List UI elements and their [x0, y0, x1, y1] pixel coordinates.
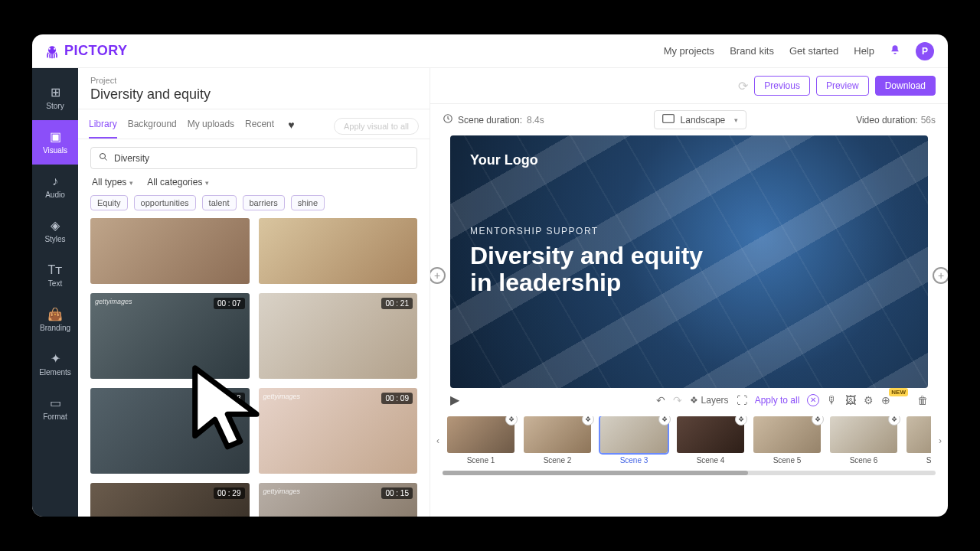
scene-thumb [524, 416, 591, 453]
chip-opportunities[interactable]: opportunities [134, 195, 196, 210]
apply-to-all-button[interactable]: Apply to all [755, 395, 800, 406]
delete-icon[interactable]: 🗑 [917, 394, 928, 406]
chip-barriers[interactable]: barriers [243, 195, 285, 210]
layers-button[interactable]: ❖ Layers [690, 395, 729, 406]
add-scene-after-button[interactable]: + [933, 267, 948, 284]
rail-story[interactable]: ⊞ Story [32, 76, 78, 120]
landscape-icon [662, 114, 675, 126]
scene-6[interactable]: ❖ Scene 6 [830, 416, 897, 465]
scene-options-icon[interactable]: ❖ [812, 416, 824, 425]
crop-icon[interactable]: ⛶ [737, 394, 747, 406]
scene-duration-label: Scene duration: [458, 115, 522, 126]
library-item[interactable]: 00 : 18 [90, 388, 250, 474]
nav-brand-kits[interactable]: Brand kits [730, 45, 774, 57]
scene-options-icon[interactable]: ❖ [505, 416, 518, 425]
search-input[interactable]: Diversity [90, 147, 417, 169]
download-button[interactable]: Download [875, 76, 936, 96]
scene-info-bar: Scene duration: 8.4s Landscape ▾ Video d… [430, 104, 948, 135]
tab-background[interactable]: Background [128, 114, 177, 139]
link-icon[interactable]: 🖼 [845, 394, 856, 406]
scene-7[interactable]: Scene 7 [906, 416, 931, 465]
library-item[interactable] [259, 218, 418, 284]
library-item[interactable]: gettyimages 00 : 09 [259, 388, 418, 474]
clip-duration: 00 : 15 [381, 487, 413, 499]
scene-4[interactable]: ❖ Scene 4 [677, 416, 744, 465]
scene-options-icon[interactable]: ❖ [888, 416, 900, 425]
scene-5[interactable]: ❖ Scene 5 [753, 416, 821, 465]
rail-audio[interactable]: ♪ Audio [32, 165, 78, 209]
scene-thumb [447, 416, 514, 453]
chip-shine[interactable]: shine [291, 195, 325, 210]
chip-talent[interactable]: talent [202, 195, 237, 210]
scene-duration-value: 8.4s [527, 115, 544, 126]
apply-visual-to-all-button[interactable]: Apply visual to all [334, 118, 419, 135]
rail-elements[interactable]: ✦ Elements [32, 342, 78, 386]
rail-text[interactable]: Tᴛ Text [32, 253, 78, 298]
left-rail: ⊞ Story ▣ Visuals ♪ Audio ◈ Styles Tᴛ Te… [32, 68, 78, 517]
scene-thumb [600, 416, 668, 453]
scene-1[interactable]: ❖ Scene 1 [447, 416, 514, 465]
library-item[interactable]: gettyimages 00 : 15 [259, 483, 418, 517]
nav-my-projects[interactable]: My projects [664, 45, 714, 57]
library-item[interactable]: gettyimages 00 : 07 [90, 293, 250, 379]
tab-recent[interactable]: Recent [245, 114, 274, 139]
notifications-icon[interactable] [890, 44, 900, 57]
settings-icon[interactable]: ⚙ [864, 394, 874, 406]
library-tabs-row: Library Background My uploads Recent ♥ A… [78, 109, 430, 139]
scene-options-icon[interactable]: ❖ [658, 416, 671, 425]
undo-icon[interactable]: ↶ [656, 394, 665, 406]
project-actions: ⟳ Previous Preview Download [430, 68, 948, 104]
scene-label: Scene 3 [600, 456, 668, 465]
tab-my-uploads[interactable]: My uploads [188, 114, 234, 139]
rail-visuals[interactable]: ▣ Visuals [32, 120, 78, 165]
svg-point-2 [54, 47, 55, 49]
player-controls: ▶ ↶ ↷ ❖ Layers ⛶ Apply to all ✕ 🎙 🖼 ⚙ ⊕ [430, 388, 948, 409]
library-item[interactable] [90, 218, 250, 284]
video-stage[interactable]: Your Logo MENTORSHIP SUPPORT Diversity a… [450, 135, 928, 388]
scene-thumb [753, 416, 821, 453]
rail-label: Visuals [43, 146, 67, 155]
library-grid: gettyimages 00 : 07 00 : 21 00 : 18 gett… [90, 218, 417, 517]
watermark: gettyimages [263, 487, 301, 495]
timeline-next-icon[interactable]: › [936, 435, 945, 446]
scene-label: Scene 6 [830, 456, 897, 465]
library-item[interactable]: 00 : 21 [259, 293, 418, 379]
favorites-icon[interactable]: ♥ [285, 114, 297, 139]
new-badge: NEW [889, 388, 908, 396]
rail-label: Audio [45, 191, 65, 199]
sync-icon[interactable]: ⟳ [738, 79, 748, 93]
filter-categories[interactable]: All categories▾ [147, 177, 209, 187]
redo-icon[interactable]: ↷ [673, 394, 682, 406]
mic-icon[interactable]: 🎙 [827, 394, 838, 406]
nav-get-started[interactable]: Get started [789, 45, 838, 57]
library-item[interactable]: 00 : 29 [90, 483, 250, 517]
rail-styles[interactable]: ◈ Styles [32, 209, 78, 253]
chip-equity[interactable]: Equity [90, 195, 128, 210]
timeline-prev-icon[interactable]: ‹ [433, 435, 443, 446]
timeline-scrollbar[interactable] [443, 471, 936, 475]
remove-apply-icon[interactable]: ✕ [807, 394, 819, 406]
rail-branding[interactable]: 👜 Branding [32, 298, 78, 342]
aspect-selector[interactable]: Landscape ▾ [654, 110, 747, 129]
scene-2[interactable]: ❖ Scene 2 [524, 416, 591, 465]
play-button[interactable]: ▶ [450, 393, 459, 407]
preview-button[interactable]: Preview [816, 76, 869, 96]
rail-label: Elements [39, 368, 71, 377]
scene-3[interactable]: ❖ Scene 3 [600, 416, 668, 465]
library-scroll[interactable]: Diversity All types▾ All categories▾ Equ… [78, 139, 430, 517]
rail-label: Story [46, 102, 64, 110]
stage-title: Diversity and equityin leadership [470, 243, 703, 296]
scene-options-icon[interactable]: ❖ [735, 416, 747, 425]
filter-types[interactable]: All types▾ [92, 177, 133, 187]
nav-help[interactable]: Help [854, 45, 874, 57]
scene-options-icon[interactable]: ❖ [582, 416, 594, 425]
tab-library[interactable]: Library [89, 114, 117, 139]
scene-label: Scene 5 [753, 456, 821, 465]
avatar[interactable]: P [916, 42, 934, 60]
clip-duration: 00 : 18 [214, 393, 245, 404]
add-scene-before-button[interactable]: + [430, 267, 446, 284]
brand[interactable]: PICTORY [44, 43, 128, 59]
previous-button[interactable]: Previous [754, 76, 810, 96]
branding-icon: 👜 [47, 308, 63, 321]
rail-format[interactable]: ▭ Format [32, 386, 78, 431]
